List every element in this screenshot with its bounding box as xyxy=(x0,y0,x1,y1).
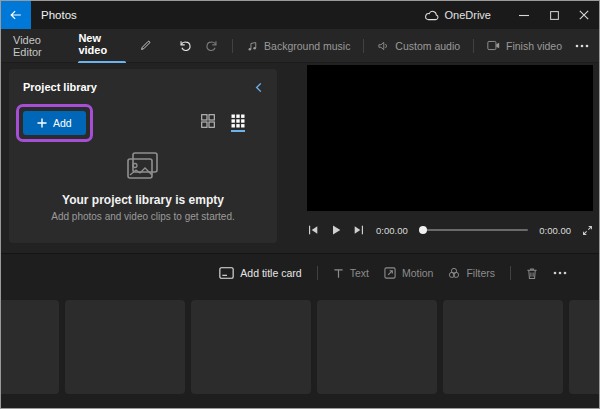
add-title-card-button[interactable]: Add title card xyxy=(219,267,301,279)
more-options-button[interactable] xyxy=(575,44,589,48)
seek-track xyxy=(419,229,529,231)
filters-button[interactable]: Filters xyxy=(448,267,495,279)
finish-video-button[interactable]: Finish video xyxy=(487,40,562,52)
more-dots-icon xyxy=(553,271,567,275)
text-tool-icon xyxy=(333,268,344,279)
empty-library-state: Your project library is empty Add photos… xyxy=(9,151,277,222)
video-preview[interactable] xyxy=(307,65,593,211)
grid-small-view-toggle[interactable] xyxy=(231,114,245,132)
delete-button[interactable] xyxy=(526,267,538,280)
speaker-icon xyxy=(377,40,389,52)
custom-audio-label: Custom audio xyxy=(395,40,460,52)
redo-icon xyxy=(205,39,219,53)
storyboard-card[interactable] xyxy=(317,300,437,394)
add-button[interactable]: Add xyxy=(23,111,86,135)
project-library-panel: Project library Add xyxy=(9,69,277,243)
background-music-label: Background music xyxy=(264,40,350,52)
edit-pencil-icon xyxy=(139,39,152,52)
onedrive-status[interactable]: OneDrive xyxy=(424,9,491,21)
storyboard-strip[interactable] xyxy=(1,300,599,394)
custom-audio-button[interactable]: Custom audio xyxy=(377,40,460,52)
project-library-title: Project library xyxy=(23,81,97,93)
main-area: Project library Add xyxy=(1,63,599,253)
background-music-button[interactable]: Background music xyxy=(246,40,350,52)
undo-icon xyxy=(178,39,192,53)
back-arrow-icon xyxy=(9,8,23,22)
collapse-panel-button[interactable] xyxy=(254,82,263,93)
play-button[interactable] xyxy=(330,224,342,236)
storyboard-more-button[interactable] xyxy=(553,271,567,275)
fullscreen-button[interactable] xyxy=(582,225,593,236)
filters-label: Filters xyxy=(466,267,495,279)
add-title-card-label: Add title card xyxy=(240,267,301,279)
toolbar-divider xyxy=(363,39,364,53)
playback-controls: 0:00.00 0:00.00 xyxy=(307,217,593,243)
storyboard-card[interactable] xyxy=(65,300,185,394)
trash-icon xyxy=(526,267,538,280)
filters-tool-icon xyxy=(448,267,460,279)
seek-bar[interactable] xyxy=(419,225,529,235)
back-button[interactable] xyxy=(1,1,31,29)
maximize-button[interactable] xyxy=(539,1,569,29)
empty-library-subtitle: Add photos and video clips to get starte… xyxy=(9,211,277,222)
close-icon xyxy=(579,10,589,20)
add-title-card-icon xyxy=(219,267,234,279)
redo-button[interactable] xyxy=(205,39,219,53)
total-duration: 0:00.00 xyxy=(539,225,571,236)
command-bar: Video Editor New video Background xyxy=(1,29,599,63)
music-note-icon xyxy=(246,40,258,52)
storyboard-card[interactable] xyxy=(1,300,59,394)
finish-video-label: Finish video xyxy=(506,40,562,52)
undo-button[interactable] xyxy=(178,39,192,53)
add-button-label: Add xyxy=(53,117,72,129)
elapsed-time: 0:00.00 xyxy=(376,225,408,236)
minimize-button[interactable] xyxy=(509,1,539,29)
empty-library-title: Your project library is empty xyxy=(9,193,277,207)
storyboard-toolbar: Add title card Text Motion Filters xyxy=(1,254,599,292)
toolbar-divider xyxy=(473,39,474,53)
seek-thumb[interactable] xyxy=(419,226,427,234)
text-button[interactable]: Text xyxy=(333,267,369,279)
storyboard-card[interactable] xyxy=(569,300,599,394)
motion-button[interactable]: Motion xyxy=(384,267,434,279)
text-label: Text xyxy=(350,267,369,279)
next-frame-button[interactable] xyxy=(353,224,365,236)
previous-frame-button[interactable] xyxy=(307,224,319,236)
motion-label: Motion xyxy=(402,267,434,279)
minimize-icon xyxy=(519,10,529,20)
video-editor-breadcrumb[interactable]: Video Editor xyxy=(13,34,65,58)
onedrive-label: OneDrive xyxy=(445,9,491,21)
toolbar-divider xyxy=(317,266,318,280)
more-dots-icon xyxy=(575,44,589,48)
photos-app-window: Photos OneDrive Video Editor New video xyxy=(0,0,600,409)
storyboard-card[interactable] xyxy=(191,300,311,394)
close-button[interactable] xyxy=(569,1,599,29)
project-name: New video xyxy=(78,32,126,56)
onedrive-cloud-icon xyxy=(424,10,439,21)
plus-icon xyxy=(37,118,47,128)
titlebar: Photos OneDrive xyxy=(1,1,599,29)
maximize-icon xyxy=(550,11,559,20)
storyboard-section: Add title card Text Motion Filters xyxy=(1,253,599,408)
toolbar-divider xyxy=(510,266,511,280)
app-title: Photos xyxy=(41,9,77,21)
export-video-icon xyxy=(487,40,500,51)
empty-library-image-icon xyxy=(125,151,161,181)
toolbar-divider xyxy=(232,39,233,53)
grid-large-view-toggle[interactable] xyxy=(201,114,215,132)
storyboard-card[interactable] xyxy=(443,300,563,394)
motion-tool-icon xyxy=(384,267,396,279)
tab-new-video[interactable]: New video xyxy=(78,28,126,64)
rename-project-button[interactable] xyxy=(139,39,152,52)
